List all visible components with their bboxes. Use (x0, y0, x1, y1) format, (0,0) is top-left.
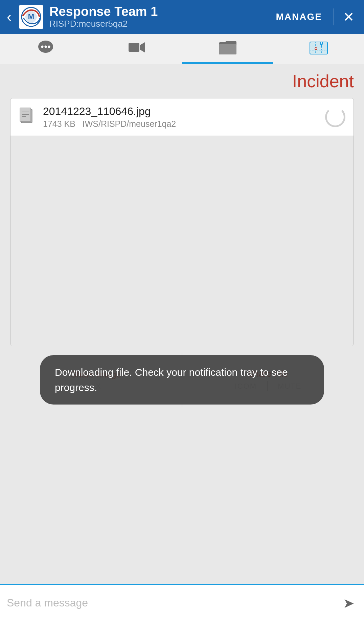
message-input[interactable] (7, 597, 340, 609)
svg-rect-7 (129, 43, 139, 52)
back-button[interactable]: ‹ (7, 9, 12, 25)
svg-point-4 (41, 45, 43, 48)
folder-icon (218, 40, 237, 59)
file-uploader: IWS/RISPD/meuser1qa2 (83, 119, 176, 129)
message-bar: ➤ (0, 584, 364, 621)
toast-notification: Downloading file. Check your notificatio… (40, 355, 324, 405)
svg-text:M: M (28, 12, 34, 21)
svg-point-16 (321, 42, 322, 44)
svg-point-5 (44, 45, 47, 48)
svg-rect-10 (310, 42, 327, 54)
toast-overlay: Downloading file. Check your notificatio… (10, 353, 354, 407)
toast-message: Downloading file. Check your notificatio… (55, 367, 288, 393)
loading-spinner (325, 107, 345, 127)
tab-map[interactable] (273, 34, 364, 64)
header-divider (334, 8, 334, 25)
close-button[interactable]: ✕ (340, 7, 357, 26)
svg-marker-8 (140, 42, 145, 52)
app-header: ‹ M Response Team 1 RISPD:meuser5qa2 MAN… (0, 0, 364, 34)
manage-button[interactable]: MANAGE (271, 9, 327, 25)
chat-icon (37, 39, 54, 60)
svg-point-18 (315, 48, 317, 49)
svg-point-6 (48, 45, 50, 48)
video-icon (128, 40, 145, 58)
tab-bar (0, 34, 364, 64)
file-preview-area (10, 136, 354, 346)
file-name: 20141223_110646.jpg (43, 105, 325, 118)
action-bar-wrapper: Share Image TX Share File ICOM MUTE Down… (10, 353, 354, 407)
tab-chat[interactable] (0, 34, 91, 64)
document-icon (19, 107, 36, 127)
send-button[interactable]: ➤ (340, 593, 357, 614)
app-title: Response Team 1 (49, 5, 265, 19)
header-title-block: Response Team 1 RISPD:meuser5qa2 (49, 5, 265, 29)
file-size: 1743 KB (43, 119, 75, 129)
app-subtitle: RISPD:meuser5qa2 (49, 19, 265, 29)
send-icon: ➤ (343, 596, 355, 611)
file-card: 20141223_110646.jpg 1743 KB IWS/RISPD/me… (10, 98, 354, 346)
map-icon (309, 39, 328, 60)
svg-rect-9 (219, 44, 236, 54)
app-logo: M (19, 5, 43, 29)
file-card-header: 20141223_110646.jpg 1743 KB IWS/RISPD/me… (10, 98, 354, 136)
tab-files[interactable] (182, 34, 273, 64)
file-info: 20141223_110646.jpg 1743 KB IWS/RISPD/me… (43, 105, 325, 129)
incident-label: Incident (0, 64, 364, 95)
tab-video[interactable] (91, 34, 182, 64)
file-meta: 1743 KB IWS/RISPD/meuser1qa2 (43, 119, 325, 129)
